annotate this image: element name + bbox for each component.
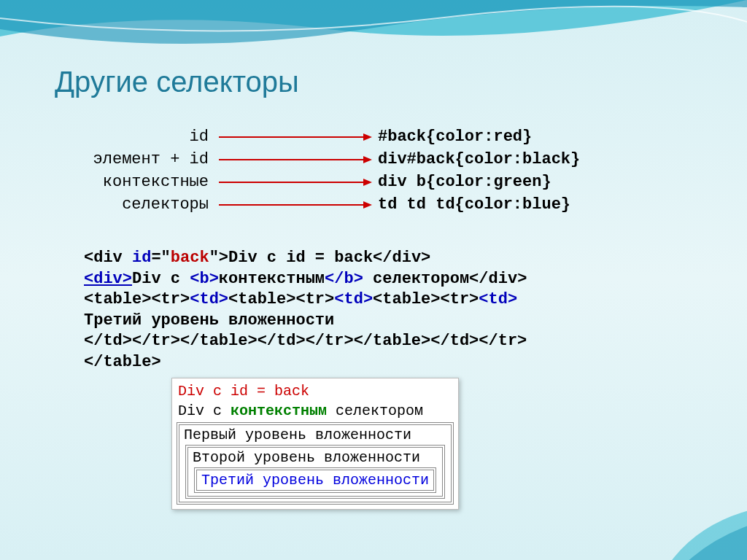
mapping-label: селекторы [0,195,219,214]
result-line-id: Div с id = back [175,381,455,401]
decorative-wave-top [0,0,747,66]
slide-title: Другие селекторы [55,66,299,98]
nested-table-3: Третий уровень вложенности [194,467,436,493]
mapping-rule: div b{color:green} [372,173,551,191]
decorative-wave-corner [667,480,747,560]
mapping-label: id [0,128,219,146]
nest-level-2-text: Второй уровень вложенности [193,449,420,466]
nested-table-2: Второй уровень вложенности Третий уровен… [185,445,445,499]
code-line: </td></tr></table></td></tr></table></td… [84,331,527,352]
nested-table-1: Первый уровень вложенности Второй уровен… [177,422,454,505]
arrow-icon [219,152,372,167]
code-line: <div id="back">Div с id = back</div> [84,248,527,269]
mapping-row: контекстные div b{color:green} [0,171,747,193]
code-line: </table> [84,352,527,373]
html-code-sample: <div id="back">Div с id = back</div> <di… [84,248,527,373]
svg-marker-7 [363,201,372,209]
code-line: <table><tr><td><table><tr><td><table><tr… [84,289,527,311]
code-line: Третий уровень вложенности [84,311,527,332]
svg-marker-3 [363,156,372,163]
mapping-rule: div#back{color:black} [372,150,580,168]
selector-mapping-block: id #back{color:red} элемент + id div#bac… [0,125,747,216]
svg-marker-1 [363,133,372,141]
svg-marker-5 [363,179,372,186]
arrow-icon [219,130,372,144]
result-line-context: Div с контекстным селектором [175,401,455,421]
mapping-rule: td td td{color:blue} [372,195,570,214]
mapping-row: элемент + id div#back{color:black} [0,148,747,171]
nest-level-3-text: Третий уровень вложенности [196,470,434,491]
mapping-rule: #back{color:red} [372,128,532,146]
mapping-row: id #back{color:red} [0,125,747,148]
arrow-icon [219,198,372,212]
mapping-label: контекстные [0,173,219,191]
code-line: <div>Div с <b>контекстным</b> селектором… [84,269,527,290]
rendered-result-box: Div с id = back Div с контекстным селект… [171,378,459,510]
nest-level-1-text: Первый уровень вложенности [184,427,411,443]
mapping-row: селекторы td td td{color:blue} [0,193,747,216]
mapping-label: элемент + id [0,150,219,168]
arrow-icon [219,175,372,190]
